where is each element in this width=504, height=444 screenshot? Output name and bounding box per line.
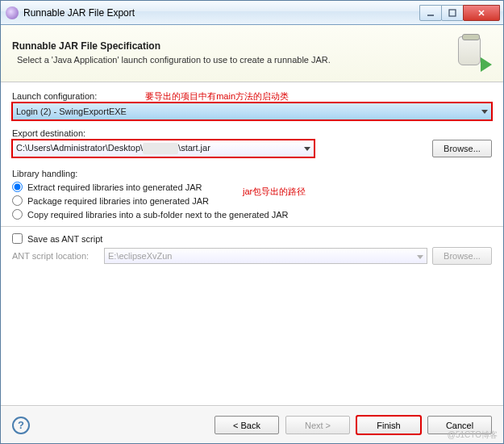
annotation-launch: 要导出的项目中有main方法的启动类: [145, 90, 289, 103]
help-button[interactable]: ?: [12, 417, 30, 434]
titlebar[interactable]: Runnable JAR File Export: [1, 1, 503, 25]
redacted-path: [143, 143, 178, 154]
maximize-button[interactable]: [441, 5, 464, 21]
banner: Runnable JAR File Specification Select a…: [1, 25, 503, 82]
content-area: Launch configuration: 要导出的项目中有main方法的启动类…: [1, 82, 503, 405]
ant-location-combo: E:\eclipseXvZun: [104, 248, 427, 264]
banner-title: Runnable JAR File Specification: [12, 40, 453, 52]
annotation-dest: jar包导出的路径: [243, 186, 306, 198]
chevron-down-icon: [304, 147, 310, 151]
export-dest-value: C:\Users\Administrator\Desktop\\start.ja…: [16, 143, 210, 154]
save-ant-row[interactable]: Save as ANT script: [12, 233, 492, 244]
lib-radio-extract[interactable]: [12, 182, 23, 192]
back-button[interactable]: < Back: [215, 416, 279, 434]
next-button: Next >: [285, 416, 350, 434]
minimize-button[interactable]: [419, 5, 442, 21]
watermark: @51CTO博客: [448, 429, 498, 441]
lib-radio-copy[interactable]: [12, 209, 23, 220]
jar-export-icon: [453, 33, 492, 72]
window-title: Runnable JAR File Export: [23, 7, 420, 19]
export-dest-combo[interactable]: C:\Users\Administrator\Desktop\\start.ja…: [12, 140, 314, 157]
separator: [1, 226, 503, 227]
footer: ? < Back Next > Finish Cancel: [1, 406, 503, 443]
chevron-down-icon: [417, 255, 423, 259]
ant-location-label: ANT script location:: [12, 251, 99, 261]
banner-desc: Select a 'Java Application' launch confi…: [17, 55, 453, 65]
launch-config-label: Launch configuration:: [12, 91, 97, 101]
dialog-window: Runnable JAR File Export Runnable JAR Fi…: [0, 0, 504, 444]
library-handling-label: Library handling:: [12, 169, 492, 178]
launch-config-combo[interactable]: Login (2) - SwingExportEXE: [12, 103, 492, 120]
ant-location-value: E:\eclipseXvZun: [108, 251, 172, 261]
chevron-down-icon: [481, 110, 488, 114]
browse-ant-button: Browse...: [432, 247, 492, 265]
export-dest-label: Export destination:: [12, 128, 492, 138]
app-icon: [6, 6, 19, 19]
save-ant-checkbox[interactable]: [12, 233, 23, 244]
launch-config-value: Login (2) - SwingExportEXE: [16, 107, 127, 116]
lib-radio-package[interactable]: [12, 195, 23, 206]
close-button[interactable]: [463, 5, 500, 21]
lib-opt-copy[interactable]: Copy required libraries into a sub-folde…: [12, 209, 492, 220]
svg-rect-1: [449, 10, 456, 16]
finish-button[interactable]: Finish: [356, 416, 421, 434]
browse-dest-button[interactable]: Browse...: [432, 140, 492, 157]
